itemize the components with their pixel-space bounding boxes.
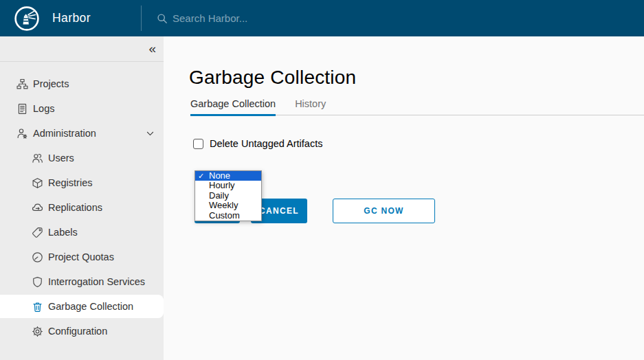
sidebar-item-users[interactable]: Users bbox=[0, 146, 164, 170]
sidebar-item-garbage-collection[interactable]: Garbage Collection bbox=[0, 295, 164, 318]
administrator-icon bbox=[16, 128, 28, 139]
delete-untagged-row: Delete Untagged Artifacts bbox=[193, 138, 322, 149]
sidebar-item-label: Users bbox=[48, 153, 74, 164]
sidebar-item-registries[interactable]: Registries bbox=[0, 170, 164, 195]
sidebar-item-logs[interactable]: Logs bbox=[0, 96, 164, 121]
checkmark-icon: ✓ bbox=[198, 171, 204, 181]
sidebar-nav: « Projects Logs Administration Users bbox=[0, 36, 164, 360]
sidebar-item-projects[interactable]: Projects bbox=[0, 71, 164, 96]
sidebar-item-project-quotas[interactable]: Project Quotas bbox=[0, 245, 164, 269]
sidebar-item-replications[interactable]: Replications bbox=[0, 195, 164, 220]
tab-bar: Garbage Collection History bbox=[190, 98, 644, 115]
gear-icon bbox=[32, 326, 43, 337]
sidebar-item-label: Project Quotas bbox=[48, 251, 114, 262]
tab-history[interactable]: History bbox=[295, 98, 326, 115]
delete-untagged-checkbox[interactable] bbox=[193, 139, 203, 149]
dropdown-option-custom[interactable]: Custom bbox=[195, 211, 261, 221]
sidebar-item-label: Replications bbox=[48, 202, 102, 213]
cube-icon bbox=[32, 177, 43, 189]
sidebar-item-label: Logs bbox=[33, 103, 54, 114]
dropdown-option-hourly[interactable]: Hourly bbox=[195, 181, 261, 190]
sidebar-item-label: Administration bbox=[33, 128, 96, 139]
chevron-down-icon[interactable] bbox=[146, 129, 155, 138]
global-search bbox=[157, 0, 379, 36]
sidebar-item-interrogation-services[interactable]: Interrogation Services bbox=[0, 269, 164, 294]
schedule-dropdown-menu: ✓ None Hourly Daily Weekly Custom bbox=[195, 170, 262, 221]
cloud-sync-icon bbox=[32, 202, 43, 214]
tag-icon bbox=[32, 227, 43, 238]
collapse-sidebar-icon[interactable]: « bbox=[148, 39, 156, 58]
dropdown-option-weekly[interactable]: Weekly bbox=[195, 201, 261, 210]
sidebar-item-configuration[interactable]: Configuration bbox=[0, 319, 164, 344]
gc-now-button[interactable]: GC NOW bbox=[333, 199, 435, 223]
harbor-logo-icon bbox=[14, 5, 40, 32]
brand-title[interactable]: Harbor bbox=[52, 0, 91, 36]
schedule-actions: CANCEL GC NOW ✓ None Hourly Daily Weekly… bbox=[195, 199, 435, 223]
app-header: Harbor bbox=[0, 0, 644, 36]
dropdown-option-none[interactable]: ✓ None bbox=[195, 171, 261, 181]
sidebar-item-labels[interactable]: Labels bbox=[0, 220, 164, 245]
sidebar-item-label: Labels bbox=[48, 227, 78, 238]
header-divider bbox=[141, 5, 142, 31]
search-icon bbox=[157, 13, 168, 24]
dashboard-icon bbox=[32, 251, 43, 263]
shield-icon bbox=[32, 276, 43, 288]
sidebar-item-label: Garbage Collection bbox=[48, 301, 133, 312]
search-input[interactable] bbox=[173, 12, 379, 24]
sidebar-item-administration[interactable]: Administration bbox=[0, 121, 164, 146]
dropdown-option-daily[interactable]: Daily bbox=[195, 191, 261, 201]
sidebar-item-label: Configuration bbox=[48, 326, 107, 337]
users-icon bbox=[32, 153, 43, 164]
organization-icon bbox=[16, 78, 28, 90]
sidebar-item-label: Projects bbox=[33, 78, 69, 89]
logs-icon bbox=[16, 103, 28, 115]
sidebar-item-label: Interrogation Services bbox=[48, 276, 145, 287]
page-title: Garbage Collection bbox=[189, 67, 356, 89]
main-content: Garbage Collection Garbage Collection Hi… bbox=[164, 36, 644, 360]
tab-garbage-collection[interactable]: Garbage Collection bbox=[190, 98, 276, 116]
delete-untagged-label: Delete Untagged Artifacts bbox=[210, 138, 322, 149]
trash-icon bbox=[32, 301, 43, 313]
sidebar-header: « bbox=[0, 36, 164, 62]
sidebar-item-label: Registries bbox=[48, 177, 92, 188]
